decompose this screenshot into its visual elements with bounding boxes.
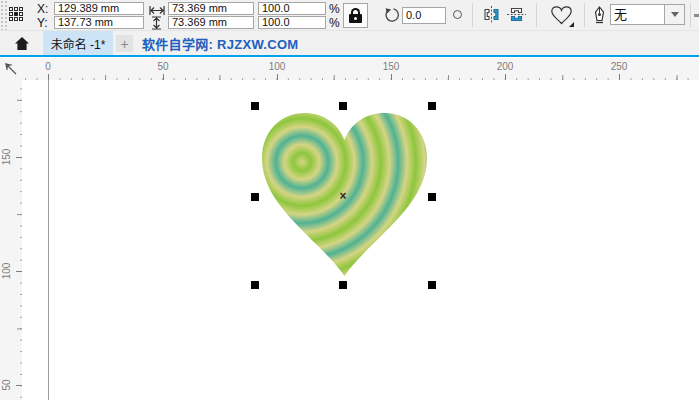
ruler-label: 200 (497, 61, 514, 72)
selection-handle[interactable] (251, 193, 259, 201)
object-width-icon (149, 6, 165, 15)
ruler-label: 0 (45, 61, 51, 72)
ruler-origin-corner[interactable] (0, 58, 22, 80)
object-height-icon (152, 16, 161, 30)
flyout-indicator-icon (569, 22, 574, 27)
lock-ratio-button[interactable] (343, 3, 368, 28)
ruler-label: 150 (1, 149, 13, 166)
home-icon (14, 36, 30, 51)
object-width-field[interactable]: 73.369 mm (168, 2, 254, 15)
separator (584, 3, 585, 27)
x-label: X: (37, 3, 48, 16)
percent-x-label: % (329, 3, 340, 16)
ruler-label: 250 (611, 61, 628, 72)
page-boundary-line (48, 80, 49, 400)
ruler-label: 50 (1, 379, 13, 390)
outline-pen-icon (592, 6, 607, 25)
ruler-label: 50 (157, 61, 168, 72)
selection-handle[interactable] (251, 281, 259, 289)
outline-width-dropdown-button[interactable] (664, 4, 685, 25)
circle-indicator-icon[interactable] (453, 10, 462, 19)
ruler-label: 150 (383, 61, 400, 72)
selection-handle[interactable] (428, 281, 436, 289)
toolbar-grip[interactable] (0, 0, 7, 30)
selection-center-mark: × (339, 190, 346, 202)
percent-y-label: % (329, 17, 340, 30)
scale-x-field[interactable]: 100.0 (258, 2, 326, 15)
mirror-horizontal-button[interactable] (481, 6, 502, 23)
vertical-ruler[interactable]: 15010050 (0, 80, 22, 400)
property-bar: X: Y: 129.389 mm 137.73 mm 73.369 mm 73.… (0, 0, 699, 31)
mirror-vertical-icon (512, 17, 522, 21)
ruler-origin-icon (3, 61, 19, 77)
watermark-site-text: 软件自学网: RJZXW.COM (142, 31, 298, 55)
object-height-field[interactable]: 73.369 mm (168, 16, 254, 29)
selection-handle[interactable] (339, 281, 347, 289)
y-position-field[interactable]: 137.73 mm (54, 16, 144, 29)
mirror-vertical-button[interactable] (506, 6, 527, 23)
selection-handle[interactable] (428, 102, 436, 110)
accent-divider-line (0, 55, 699, 57)
separator (472, 3, 473, 27)
mirror-horizontal-icon (494, 10, 498, 20)
document-tab-bar: 未命名 -1* + 软件自学网: RJZXW.COM (0, 31, 699, 55)
canvas[interactable]: × (22, 80, 699, 400)
scale-y-field[interactable]: 100.0 (258, 16, 326, 29)
home-button[interactable] (0, 31, 44, 55)
ruler-label: 100 (269, 61, 286, 72)
separator (536, 3, 537, 27)
rotation-angle-field[interactable]: 0.0 (402, 7, 446, 24)
rotation-icon (384, 7, 400, 23)
plus-icon: + (120, 37, 128, 51)
basic-shape-picker-button[interactable] (546, 2, 576, 29)
selection-handle[interactable] (251, 102, 259, 110)
ruler-label: 100 (1, 263, 13, 280)
selection-handle[interactable] (428, 193, 436, 201)
outline-width-combo[interactable]: 无 (610, 4, 665, 25)
y-label: Y: (37, 17, 48, 30)
clipped-control (694, 14, 699, 17)
separator (690, 3, 691, 27)
new-document-tab-button[interactable]: + (116, 35, 133, 52)
selection-handle[interactable] (339, 102, 347, 110)
x-position-field[interactable]: 129.389 mm (54, 2, 144, 15)
horizontal-ruler[interactable]: 050100150200250 (22, 58, 699, 80)
object-position-grid-icon[interactable] (9, 7, 23, 21)
chevron-down-icon (671, 12, 679, 17)
tab-untitled-1[interactable]: 未命名 -1* (43, 31, 113, 55)
